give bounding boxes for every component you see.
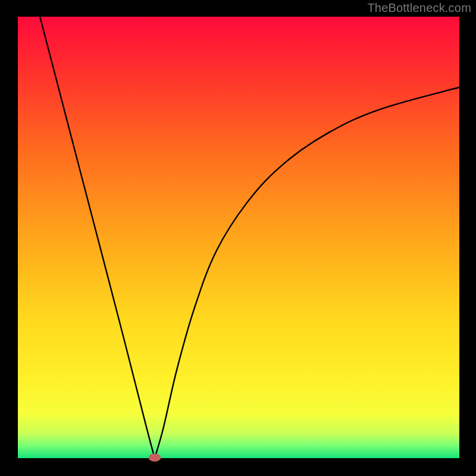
watermark-text: TheBottleneck.com [367,1,471,15]
chart-svg [0,0,476,476]
chart-frame: TheBottleneck.com [0,0,476,476]
plot-background [18,17,459,458]
minimum-marker [149,453,161,461]
